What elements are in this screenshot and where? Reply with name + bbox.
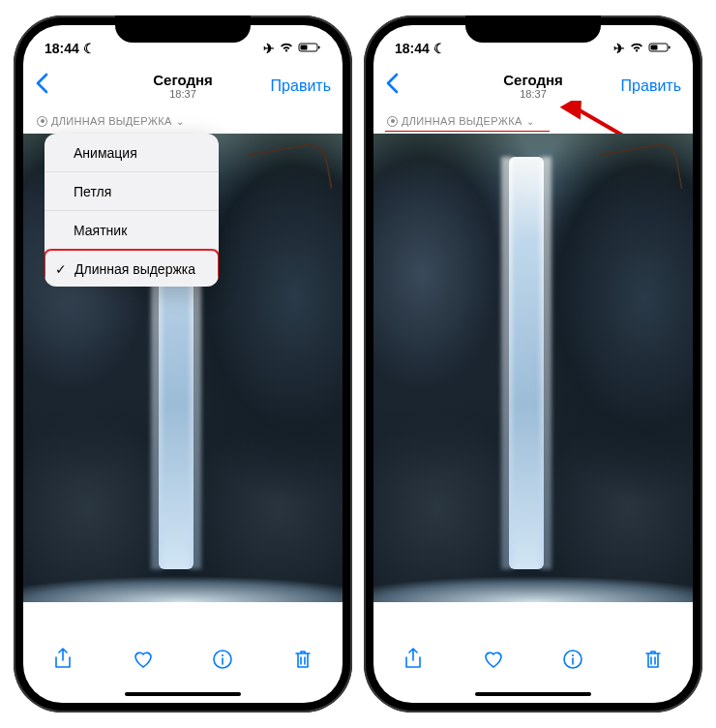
- nav-bar: Сегодня 18:37 Править: [373, 64, 693, 108]
- svg-rect-2: [318, 46, 320, 49]
- screen: 18:44 ☾ ✈ Сегодня 18:37 Править: [373, 25, 693, 703]
- photo-waterfall[interactable]: [373, 134, 693, 602]
- edit-button[interactable]: Править: [621, 77, 681, 95]
- airplane-icon: ✈: [613, 41, 625, 56]
- delete-button[interactable]: [641, 647, 666, 672]
- toolbar: [23, 635, 343, 685]
- photo-area: [373, 134, 693, 635]
- moon-icon: ☾: [83, 41, 96, 56]
- home-indicator[interactable]: [373, 685, 693, 703]
- photo-bottom-margin: [23, 602, 343, 635]
- dropdown-item-bounce[interactable]: Маятник: [45, 211, 219, 250]
- effect-selector[interactable]: ДЛИННАЯ ВЫДЕРЖКА ⌄: [373, 108, 693, 134]
- phone-right: 18:44 ☾ ✈ Сегодня 18:37 Править: [364, 15, 702, 713]
- favorite-button[interactable]: [481, 647, 506, 672]
- dropdown-item-animation[interactable]: Анимация: [45, 134, 219, 172]
- info-button[interactable]: [560, 647, 585, 672]
- battery-icon: [298, 41, 321, 56]
- wifi-icon: [279, 41, 294, 56]
- nav-title: Сегодня: [153, 73, 213, 89]
- effect-dropdown: Анимация Петля Маятник ✓ Длинная выдержк…: [45, 134, 219, 287]
- svg-rect-7: [669, 46, 671, 49]
- svg-point-9: [572, 654, 574, 656]
- phone-left: 18:44 ☾ ✈ Сегодня 18:37 Править: [14, 15, 352, 713]
- status-time: 18:44: [45, 41, 79, 56]
- nav-title: Сегодня: [503, 73, 563, 89]
- share-button[interactable]: [401, 647, 426, 672]
- effect-label: ДЛИННАЯ ВЫДЕРЖКА: [51, 115, 172, 127]
- dropdown-item-label: Петля: [74, 184, 111, 199]
- screen: 18:44 ☾ ✈ Сегодня 18:37 Править: [23, 25, 343, 703]
- effect-selector[interactable]: ДЛИННАЯ ВЫДЕРЖКА ⌄: [23, 108, 343, 134]
- delete-button[interactable]: [290, 647, 315, 672]
- back-button[interactable]: [35, 73, 48, 100]
- dropdown-item-label: Маятник: [74, 223, 127, 238]
- notch: [115, 15, 251, 43]
- svg-rect-6: [651, 46, 658, 50]
- home-indicator[interactable]: [23, 685, 343, 703]
- airplane-icon: ✈: [263, 41, 275, 56]
- info-button[interactable]: [210, 647, 235, 672]
- toolbar: [373, 635, 693, 685]
- wifi-icon: [629, 41, 644, 56]
- dropdown-item-loop[interactable]: Петля: [45, 172, 219, 211]
- favorite-button[interactable]: [131, 647, 156, 672]
- nav-bar: Сегодня 18:37 Править: [23, 64, 343, 108]
- nav-subtitle: 18:37: [503, 88, 563, 100]
- svg-rect-1: [301, 46, 308, 50]
- edit-button[interactable]: Править: [271, 77, 331, 95]
- photo-bottom-margin: [373, 602, 693, 635]
- dropdown-item-label: Длинная выдержка: [75, 261, 195, 277]
- notch: [465, 15, 601, 43]
- back-button[interactable]: [385, 73, 399, 100]
- live-photo-icon: [387, 116, 398, 127]
- share-button[interactable]: [50, 647, 75, 672]
- chevron-down-icon: ⌄: [176, 116, 184, 127]
- check-icon: ✓: [55, 261, 67, 277]
- dropdown-item-long-exposure[interactable]: ✓ Длинная выдержка: [45, 249, 219, 287]
- dropdown-item-label: Анимация: [74, 145, 137, 161]
- svg-point-4: [222, 654, 224, 656]
- effect-label: ДЛИННАЯ ВЫДЕРЖКА: [402, 115, 522, 127]
- live-photo-icon: [37, 116, 47, 127]
- status-time: 18:44: [395, 41, 430, 56]
- moon-icon: ☾: [433, 41, 446, 56]
- chevron-down-icon: ⌄: [526, 116, 534, 127]
- battery-icon: [648, 41, 671, 56]
- annotation-underline: [385, 131, 550, 133]
- nav-subtitle: 18:37: [153, 88, 213, 100]
